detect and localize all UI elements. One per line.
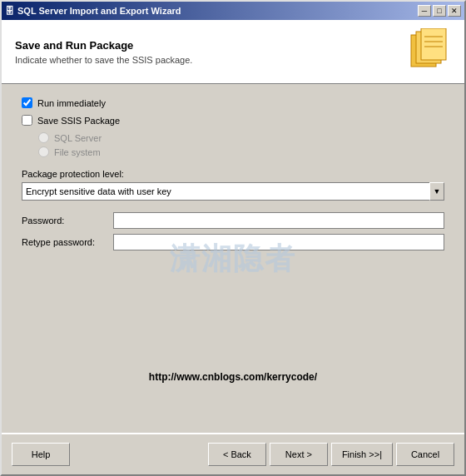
maximize-button[interactable]: □ bbox=[433, 5, 446, 17]
run-immediately-row: Run immediately bbox=[22, 97, 444, 108]
run-immediately-label: Run immediately bbox=[37, 98, 106, 108]
next-button[interactable]: Next > bbox=[270, 443, 328, 466]
minimize-button[interactable]: ─ bbox=[418, 5, 431, 17]
url-text: http://www.cnblogs.com/kerrycode/ bbox=[2, 371, 464, 383]
finish-button[interactable]: Finish >>| bbox=[331, 443, 393, 466]
window-content: Save and Run Package Indicate whether to… bbox=[2, 20, 464, 474]
package-protection-group: Package protection level: Encrypt sensit… bbox=[22, 169, 444, 201]
main-body: Run immediately Save SSIS Package SQL Se… bbox=[2, 84, 464, 433]
password-row: Password: bbox=[22, 212, 444, 229]
main-window: 🗄 SQL Server Import and Export Wizard ─ … bbox=[0, 0, 466, 476]
header-text: Save and Run Package Indicate whether to… bbox=[15, 39, 396, 65]
password-group: Password: Retype password: bbox=[22, 212, 444, 250]
radio-group: SQL Server File system bbox=[38, 132, 444, 157]
cancel-button[interactable]: Cancel bbox=[396, 443, 454, 466]
save-ssis-label: Save SSIS Package bbox=[37, 116, 120, 126]
header-icon bbox=[404, 28, 451, 75]
save-ssis-checkbox[interactable] bbox=[22, 115, 32, 126]
footer-right-buttons: < Back Next > Finish >>| Cancel bbox=[208, 443, 454, 466]
header-panel: Save and Run Package Indicate whether to… bbox=[2, 20, 464, 84]
protection-level-dropdown[interactable]: Encrypt sensitive data with user key bbox=[22, 182, 444, 201]
password-input[interactable] bbox=[113, 212, 444, 229]
protection-level-dropdown-wrapper: Encrypt sensitive data with user key ▼ bbox=[22, 182, 444, 201]
sql-server-radio-label: SQL Server bbox=[54, 133, 102, 143]
title-bar-text: 🗄 SQL Server Import and Export Wizard bbox=[5, 6, 181, 16]
retype-password-input[interactable] bbox=[113, 234, 444, 250]
file-system-radio-row: File system bbox=[38, 146, 444, 157]
password-label: Password: bbox=[22, 216, 113, 226]
file-system-radio-label: File system bbox=[54, 147, 101, 157]
sql-server-radio-row: SQL Server bbox=[38, 132, 444, 143]
page-title: Save and Run Package bbox=[15, 39, 396, 52]
retype-password-row: Retype password: bbox=[22, 234, 444, 250]
package-protection-label: Package protection level: bbox=[22, 169, 444, 179]
retype-password-label: Retype password: bbox=[22, 237, 113, 247]
file-system-radio[interactable] bbox=[38, 146, 49, 157]
title-bar-controls: ─ □ ✕ bbox=[418, 5, 461, 17]
back-button[interactable]: < Back bbox=[208, 443, 266, 466]
title-icon: 🗄 bbox=[5, 6, 14, 16]
sql-server-radio[interactable] bbox=[38, 132, 49, 143]
footer: Help < Back Next > Finish >>| Cancel bbox=[2, 433, 464, 474]
page-subtitle: Indicate whether to save the SSIS packag… bbox=[15, 55, 396, 65]
close-button[interactable]: ✕ bbox=[448, 5, 461, 17]
help-button[interactable]: Help bbox=[12, 443, 70, 466]
svg-rect-2 bbox=[421, 28, 446, 60]
save-ssis-row: Save SSIS Package bbox=[22, 115, 444, 126]
title-bar: 🗄 SQL Server Import and Export Wizard ─ … bbox=[2, 2, 464, 20]
run-immediately-checkbox[interactable] bbox=[22, 97, 32, 108]
